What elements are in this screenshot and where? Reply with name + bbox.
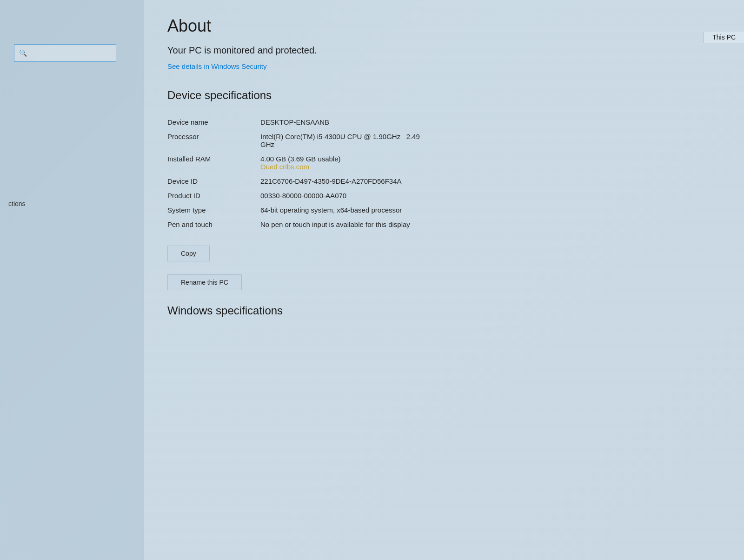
rename-button[interactable]: Rename this PC: [167, 274, 242, 290]
spec-row-device-name: Device name DESKTOP-ENSAANB: [167, 115, 716, 129]
protection-text: Your PC is monitored and protected.: [167, 45, 716, 56]
search-icon: 🔍: [19, 49, 27, 57]
spec-row-product-id: Product ID 00330-80000-00000-AA070: [167, 188, 716, 203]
spec-row-device-id: Device ID 221C6706-D497-4350-9DE4-A270FD…: [167, 174, 716, 188]
spec-row-pen-touch: Pen and touch No pen or touch input is a…: [167, 217, 716, 232]
spec-label-device-name: Device name: [167, 118, 260, 126]
spec-value-processor: Intel(R) Core(TM) i5-4300U CPU @ 1.90GHz…: [260, 133, 716, 148]
spec-label-ram: Installed RAM: [167, 155, 260, 163]
buttons-row: Copy: [167, 246, 716, 270]
page-title: About: [167, 16, 716, 36]
sidebar: 🔍 ctions: [0, 0, 144, 560]
security-link[interactable]: See details in Windows Security: [167, 62, 266, 70]
spec-row-processor: Processor Intel(R) Core(TM) i5-4300U CPU…: [167, 129, 716, 152]
spec-value-device-id: 221C6706-D497-4350-9DE4-A270FD56F34A: [260, 177, 716, 185]
spec-value-pen-touch: No pen or touch input is available for t…: [260, 220, 716, 228]
spec-label-processor: Processor: [167, 133, 260, 140]
spec-value-device-name: DESKTOP-ENSAANB: [260, 118, 716, 126]
spec-label-system-type: System type: [167, 206, 260, 214]
watermark-text: Oued cribs.com: [260, 163, 309, 171]
spec-value-ram: 4.00 GB (3.69 GB usable) Oued cribs.com: [260, 155, 716, 171]
windows-specs-title: Windows specifications: [167, 304, 716, 317]
device-specs-title: Device specifications: [167, 89, 716, 102]
main-content: This PC About Your PC is monitored and p…: [144, 0, 744, 560]
spec-table: Device name DESKTOP-ENSAANB Processor In…: [167, 115, 716, 232]
spec-label-product-id: Product ID: [167, 192, 260, 200]
copy-button[interactable]: Copy: [167, 246, 210, 261]
search-box[interactable]: 🔍: [14, 44, 116, 62]
spec-value-system-type: 64-bit operating system, x64-based proce…: [260, 206, 716, 214]
rename-row: Rename this PC: [167, 274, 716, 304]
spec-label-device-id: Device ID: [167, 177, 260, 185]
sidebar-actions-label: ctions: [8, 200, 26, 207]
spec-row-ram: Installed RAM 4.00 GB (3.69 GB usable) O…: [167, 152, 716, 174]
spec-row-system-type: System type 64-bit operating system, x64…: [167, 203, 716, 217]
spec-label-pen-touch: Pen and touch: [167, 220, 260, 228]
spec-value-product-id: 00330-80000-00000-AA070: [260, 192, 716, 200]
windows-settings-screen: 🔍 ctions This PC About Your PC is monito…: [0, 0, 744, 560]
this-pc-label: This PC: [704, 32, 744, 43]
